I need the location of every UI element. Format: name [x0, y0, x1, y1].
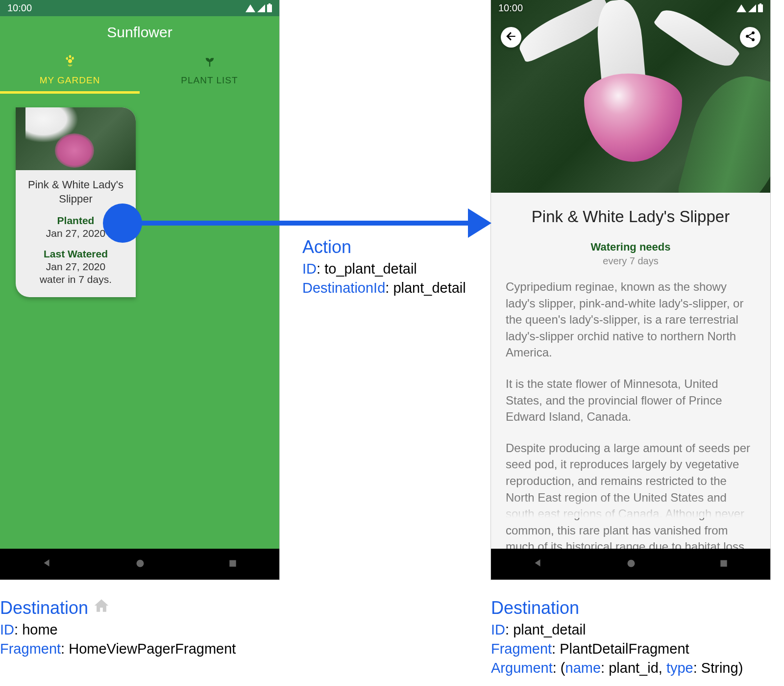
- dest-id-label: ID: [0, 622, 14, 637]
- watered-date: Jan 27, 2020: [23, 261, 129, 273]
- svg-point-2: [627, 559, 635, 567]
- phone-home-screen: 10:00 Sunflower MY GARDEN PLANT LIST Pin…: [0, 0, 279, 580]
- navigation-arrow: [122, 221, 473, 226]
- svg-rect-1: [230, 560, 236, 566]
- nav-recent-icon[interactable]: [228, 558, 238, 571]
- plant-card[interactable]: Pink & White Lady's Slipper Planted Jan …: [16, 107, 136, 297]
- dest-id-value: plant_detail: [513, 622, 586, 637]
- home-icon: [93, 596, 110, 620]
- status-icons: [736, 4, 763, 12]
- plant-name: Pink & White Lady's Slipper: [23, 178, 129, 206]
- arg-name-key: name: [565, 660, 601, 676]
- back-button[interactable]: [501, 27, 521, 48]
- dest-argument-label: Argument: [491, 660, 553, 676]
- flower-icon: [63, 54, 77, 71]
- nav-home-icon[interactable]: [626, 558, 636, 571]
- detail-content: Pink & White Lady's Slipper Watering nee…: [491, 0, 770, 549]
- arg-type-key: type: [666, 660, 693, 676]
- status-time: 10:00: [7, 2, 32, 14]
- battery-icon: [758, 4, 763, 12]
- destination-left-annotation: Destination ID: home Fragment: HomeViewP…: [0, 596, 236, 659]
- arg-name-value: plant_id: [609, 660, 659, 676]
- nav-home-icon[interactable]: [135, 558, 145, 571]
- status-icons: [245, 4, 272, 12]
- action-heading: Action: [302, 235, 351, 259]
- dest-id-value: home: [22, 622, 58, 637]
- dest-fragment-label: Fragment: [0, 641, 61, 657]
- action-id-value: to_plant_detail: [324, 261, 417, 277]
- battery-icon: [267, 4, 272, 12]
- plant-thumbnail: [16, 107, 136, 170]
- description-paragraph: Cypripedium reginae, known as the showy …: [506, 279, 756, 361]
- destination-heading: Destination: [0, 596, 110, 620]
- dest-id-label: ID: [491, 622, 505, 637]
- watering-value: every 7 days: [506, 255, 756, 267]
- sprout-icon: [203, 54, 217, 71]
- svg-point-0: [136, 559, 144, 567]
- app-title: Sunflower: [0, 16, 279, 48]
- destination-heading: Destination: [491, 596, 579, 620]
- tab-label: PLANT LIST: [181, 75, 238, 86]
- status-time: 10:00: [498, 2, 523, 14]
- text-fade: [491, 498, 770, 518]
- dest-fragment-value: PlantDetailFragment: [560, 641, 689, 657]
- watered-note: water in 7 days.: [23, 274, 129, 285]
- plant-description: Cypripedium reginae, known as the showy …: [506, 279, 756, 572]
- tab-bar: MY GARDEN PLANT LIST: [0, 48, 279, 94]
- system-nav-bar: [0, 549, 279, 580]
- signal-icon: [257, 4, 265, 12]
- detail-plant-name: Pink & White Lady's Slipper: [506, 207, 756, 226]
- action-dest-value: plant_detail: [393, 280, 466, 296]
- arg-type-value: String: [701, 660, 738, 676]
- tab-plant-list[interactable]: PLANT LIST: [140, 48, 279, 94]
- share-icon: [744, 30, 756, 44]
- dest-fragment-label: Fragment: [491, 641, 552, 657]
- dest-fragment-value: HomeViewPagerFragment: [69, 641, 236, 657]
- phone-detail-screen: 10:00 Pink & White Lady's Slipper Wateri…: [491, 0, 770, 580]
- share-button[interactable]: [740, 27, 760, 48]
- nav-recent-icon[interactable]: [719, 558, 729, 571]
- action-id-label: ID: [302, 261, 317, 277]
- action-dest-label: DestinationId: [302, 280, 385, 296]
- nav-back-icon[interactable]: [42, 558, 52, 571]
- tab-label: MY GARDEN: [40, 75, 100, 86]
- arrow-left-icon: [505, 30, 517, 45]
- action-annotation: Action ID: to_plant_detail DestinationId…: [302, 235, 466, 298]
- watering-header: Watering needs: [506, 241, 756, 254]
- nav-back-icon[interactable]: [533, 558, 543, 571]
- navigation-arrow-head: [468, 208, 491, 238]
- tab-my-garden[interactable]: MY GARDEN: [0, 48, 140, 94]
- status-bar: 10:00: [491, 0, 770, 16]
- wifi-icon: [736, 4, 746, 12]
- garden-content: Pink & White Lady's Slipper Planted Jan …: [0, 94, 279, 549]
- destination-right-annotation: Destination ID: plant_detail Fragment: P…: [491, 596, 743, 678]
- wifi-icon: [245, 4, 255, 12]
- watered-label: Last Watered: [23, 248, 129, 260]
- system-nav-bar: [491, 549, 770, 580]
- status-bar: 10:00: [0, 0, 279, 16]
- svg-rect-3: [721, 560, 727, 566]
- plant-hero-image: [491, 0, 770, 193]
- description-paragraph: It is the state flower of Minnesota, Uni…: [506, 376, 756, 425]
- touch-indicator: [103, 203, 142, 243]
- watering-section: Watering needs every 7 days: [506, 241, 756, 267]
- signal-icon: [748, 4, 756, 12]
